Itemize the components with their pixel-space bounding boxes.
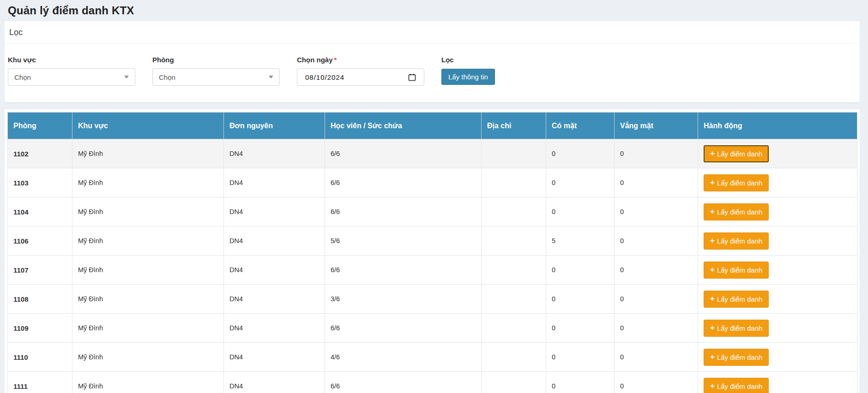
capacity-cell: 6/6 bbox=[325, 372, 482, 393]
capacity-cell: 4/6 bbox=[325, 343, 482, 372]
phong-label: Phòng bbox=[152, 56, 280, 64]
table-row: 1102Mỹ ĐìnhDN46/600+Lấy điểm danh bbox=[8, 139, 857, 168]
area-cell: Mỹ Đình bbox=[72, 139, 224, 168]
unit-cell: DN4 bbox=[224, 197, 325, 226]
date-input[interactable]: 08/10/2024 bbox=[297, 68, 424, 86]
address-cell bbox=[482, 343, 546, 372]
present-cell: 0 bbox=[546, 372, 615, 393]
room-cell: 1111 bbox=[8, 372, 72, 393]
field-khu-vuc: Khu vực Chọn bbox=[8, 56, 135, 86]
address-cell bbox=[482, 372, 546, 393]
address-cell bbox=[482, 168, 546, 197]
absent-cell: 0 bbox=[615, 197, 698, 226]
take-attendance-button[interactable]: +Lấy điểm danh bbox=[704, 174, 769, 191]
address-cell bbox=[482, 197, 546, 226]
absent-cell: 0 bbox=[615, 226, 698, 256]
column-header: Học viên / Sức chứa bbox=[325, 113, 482, 139]
date-input-value: 08/10/2024 bbox=[305, 73, 344, 81]
table-header-row: PhòngKhu vựcĐơn nguyênHọc viên / Sức chứ… bbox=[8, 113, 857, 139]
room-cell: 1106 bbox=[8, 226, 72, 256]
action-cell: +Lấy điểm danh bbox=[698, 343, 857, 372]
filter-panel-heading: Lọc bbox=[5, 21, 860, 44]
action-cell: +Lấy điểm danh bbox=[698, 256, 857, 285]
plus-icon: + bbox=[710, 267, 715, 273]
filter-panel-body: Khu vực Chọn Phòng Chọn Chọn ngày* 08/10… bbox=[5, 44, 860, 102]
table-row: 1104Mỹ ĐìnhDN46/600+Lấy điểm danh bbox=[8, 197, 857, 226]
unit-cell: DN4 bbox=[224, 168, 325, 197]
take-attendance-button[interactable]: +Lấy điểm danh bbox=[704, 262, 769, 279]
address-cell bbox=[482, 226, 546, 256]
present-cell: 0 bbox=[546, 343, 615, 372]
area-cell: Mỹ Đình bbox=[72, 314, 224, 343]
action-cell: +Lấy điểm danh bbox=[698, 197, 857, 226]
calendar-icon[interactable] bbox=[408, 73, 416, 81]
required-asterisk: * bbox=[334, 56, 337, 64]
room-cell: 1102 bbox=[8, 139, 72, 168]
table-row: 1111Mỹ ĐìnhDN46/600+Lấy điểm danh bbox=[8, 372, 857, 393]
take-attendance-button[interactable]: +Lấy điểm danh bbox=[704, 291, 769, 308]
take-attendance-button[interactable]: +Lấy điểm danh bbox=[704, 378, 769, 393]
plus-icon: + bbox=[710, 354, 715, 360]
present-cell: 0 bbox=[546, 197, 615, 226]
attendance-table: PhòngKhu vựcĐơn nguyênHọc viên / Sức chứ… bbox=[7, 112, 857, 393]
absent-cell: 0 bbox=[615, 139, 698, 168]
unit-cell: DN4 bbox=[224, 256, 325, 285]
lay-thong-tin-button[interactable]: Lấy thông tin bbox=[441, 69, 495, 85]
address-cell bbox=[482, 314, 546, 343]
room-cell: 1110 bbox=[8, 343, 72, 372]
table-row: 1109Mỹ ĐìnhDN46/600+Lấy điểm danh bbox=[8, 314, 857, 343]
present-cell: 0 bbox=[546, 139, 615, 168]
take-attendance-button[interactable]: +Lấy điểm danh bbox=[704, 320, 769, 337]
area-cell: Mỹ Đình bbox=[72, 168, 224, 197]
chevron-down-icon bbox=[124, 76, 129, 78]
column-header: Phòng bbox=[8, 113, 72, 139]
area-cell: Mỹ Đình bbox=[72, 285, 224, 314]
plus-icon: + bbox=[710, 238, 715, 244]
area-cell: Mỹ Đình bbox=[72, 256, 224, 285]
address-cell bbox=[482, 256, 546, 285]
take-attendance-button[interactable]: +Lấy điểm danh bbox=[704, 349, 769, 366]
unit-cell: DN4 bbox=[224, 139, 325, 168]
room-cell: 1103 bbox=[8, 168, 72, 197]
chevron-down-icon bbox=[269, 76, 273, 78]
capacity-cell: 6/6 bbox=[325, 314, 482, 343]
attendance-table-panel: PhòngKhu vựcĐơn nguyênHọc viên / Sức chứ… bbox=[5, 109, 860, 393]
area-cell: Mỹ Đình bbox=[72, 372, 224, 393]
phong-select-value: Chọn bbox=[159, 73, 175, 81]
action-cell: +Lấy điểm danh bbox=[698, 139, 857, 168]
room-cell: 1107 bbox=[8, 256, 72, 285]
address-cell bbox=[482, 285, 546, 314]
present-cell: 0 bbox=[546, 168, 615, 197]
capacity-cell: 6/6 bbox=[325, 139, 482, 168]
khu-vuc-select[interactable]: Chọn bbox=[8, 68, 135, 86]
unit-cell: DN4 bbox=[224, 226, 325, 256]
phong-select[interactable]: Chọn bbox=[152, 68, 280, 86]
plus-icon: + bbox=[710, 179, 715, 186]
present-cell: 0 bbox=[546, 256, 615, 285]
capacity-cell: 6/6 bbox=[325, 256, 482, 285]
absent-cell: 0 bbox=[615, 314, 698, 343]
room-cell: 1108 bbox=[8, 285, 72, 314]
table-row: 1106Mỹ ĐìnhDN45/650+Lấy điểm danh bbox=[8, 226, 857, 256]
absent-cell: 0 bbox=[615, 168, 698, 197]
table-row: 1108Mỹ ĐìnhDN43/600+Lấy điểm danh bbox=[8, 285, 857, 314]
column-header: Hành động bbox=[698, 113, 857, 139]
column-header: Vắng mặt bbox=[615, 113, 698, 139]
take-attendance-button[interactable]: +Lấy điểm danh bbox=[704, 203, 769, 220]
take-attendance-button[interactable]: +Lấy điểm danh bbox=[704, 145, 769, 162]
unit-cell: DN4 bbox=[224, 343, 325, 372]
present-cell: 5 bbox=[546, 226, 615, 256]
take-attendance-button[interactable]: +Lấy điểm danh bbox=[704, 232, 769, 250]
absent-cell: 0 bbox=[615, 256, 698, 285]
collapse-button[interactable] bbox=[848, 31, 853, 35]
khu-vuc-select-value: Chọn bbox=[14, 73, 31, 81]
absent-cell: 0 bbox=[615, 343, 698, 372]
plus-icon: + bbox=[710, 383, 715, 389]
plus-icon: + bbox=[710, 296, 715, 302]
capacity-cell: 6/6 bbox=[325, 197, 482, 226]
plus-icon: + bbox=[710, 150, 715, 157]
page-title: Quản lý điểm danh KTX bbox=[0, 0, 868, 18]
capacity-cell: 5/6 bbox=[325, 226, 482, 256]
unit-cell: DN4 bbox=[224, 314, 325, 343]
plus-icon: + bbox=[710, 208, 715, 215]
